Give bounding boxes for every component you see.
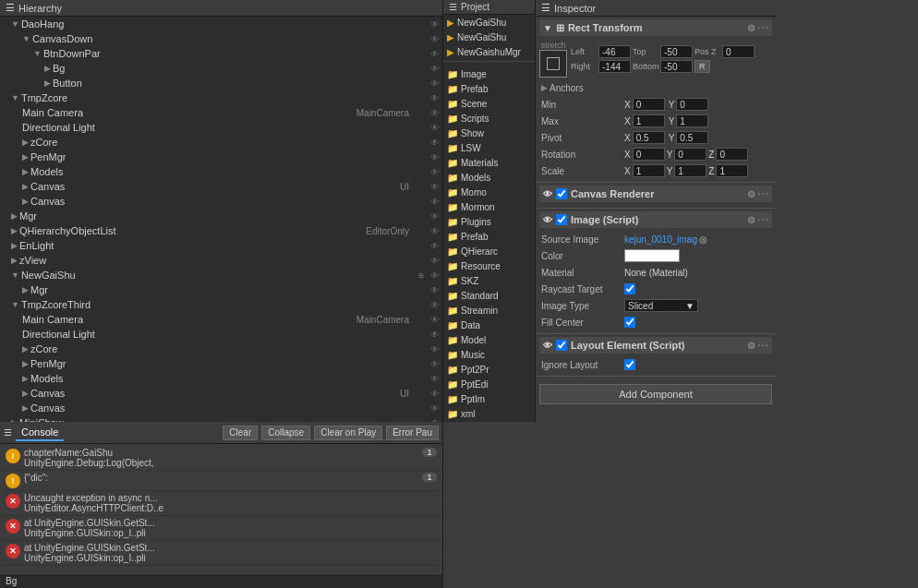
posz-input[interactable] [722,45,755,58]
pivot-y-input[interactable] [676,131,708,144]
source-image-value[interactable]: kejun_0010_imag [624,234,697,245]
scale-z-input[interactable] [716,164,748,177]
eye-zcore2[interactable]: 👁 [428,342,442,356]
rot-y-input[interactable] [674,148,707,161]
max-x-input[interactable] [633,114,665,127]
tree-item-daohang[interactable]: ▼ DaoHang 👁 [0,17,442,31]
tree-item-mgr2[interactable]: ▶ Mgr 👁 [0,282,442,297]
eye-directional1[interactable]: 👁 [428,120,442,135]
eye-models1[interactable]: 👁 [428,164,442,179]
project-item-newgaishumgr[interactable]: ▶ NewGaishuMgr [443,44,535,59]
console-entry-5[interactable]: ✕ at UnityEngine.GUISkin.GetSt...UnityEn… [2,541,441,566]
canvas-renderer-checkbox[interactable] [556,188,567,199]
tree-item-penmgr1[interactable]: ▶ PenMgr 👁 [0,150,442,164]
eye-models2[interactable]: 👁 [428,371,442,386]
eye-enlight[interactable]: 👁 [428,238,442,253]
rot-x-input[interactable] [633,148,665,161]
plus-btn-canvas[interactable]: ⋯ [757,187,768,200]
rot-z-input[interactable] [716,148,748,161]
project-item-newgaishu2[interactable]: ▶ NewGaiShu [443,30,535,44]
add-component-button[interactable]: Add Component [539,384,772,404]
tree-item-canvas2[interactable]: ▶ Canvas 👁 [0,194,442,209]
eye-penmgr1[interactable]: 👁 [428,150,442,164]
tree-item-directional1[interactable]: Directional Light 👁 [0,120,442,135]
tree-item-zcore1[interactable]: ▶ zCore 👁 [0,135,442,150]
project-item-plugins[interactable]: 📁 Plugins [443,214,535,229]
scale-y-input[interactable] [674,164,707,177]
tree-item-maincamera2[interactable]: Main Camera MainCamera 👁 [0,312,442,327]
project-item-music[interactable]: 📁 Music [443,347,535,362]
project-item-newgaishu1[interactable]: ▶ NewGaiShu [443,15,535,30]
layout-element-checkbox[interactable] [556,340,567,351]
project-item-skz[interactable]: 📁 SKZ [443,273,535,288]
eye-bg1[interactable]: 👁 [428,61,442,76]
tree-item-models2[interactable]: ▶ Models 👁 [0,371,442,386]
eye-penmgr2[interactable]: 👁 [428,356,442,371]
tree-item-directional2[interactable]: Directional Light 👁 [0,327,442,342]
gear-icon-canvas[interactable]: ⚙ [747,189,755,199]
tree-item-tmpzcore[interactable]: ▼ TmpZcore 👁 [0,90,442,105]
tree-item-maincamera1[interactable]: Main Camera MainCamera 👁 [0,105,442,120]
error-pause-button[interactable]: Error Pau [386,426,439,440]
eye-canvas4[interactable]: 👁 [428,401,442,415]
project-item-streaming[interactable]: 📁 Streamin [443,303,535,318]
eye-tmpzcorethird[interactable]: 👁 [428,297,442,312]
imagetype-dropdown[interactable]: Sliced ▼ [624,299,698,312]
project-item-prefab2[interactable]: 📁 Prefab [443,229,535,244]
project-item-standard[interactable]: 📁 Standard [443,288,535,303]
tree-item-mgr1[interactable]: ▶ Mgr 👁 [0,209,442,223]
left-input[interactable] [598,45,631,58]
clear-button[interactable]: Clear [223,426,258,440]
tree-item-bg1[interactable]: ▶ Bg 👁 [0,61,442,76]
tree-item-newgaishu[interactable]: ▼ NewGaiShu ≡ 👁 [0,268,442,282]
eye-daohang[interactable]: 👁 [428,17,442,31]
project-item-show[interactable]: 📁 Show [443,126,535,140]
project-item-materials[interactable]: 📁 Materials [443,155,535,170]
eye-minishow[interactable]: 👁 [428,415,442,422]
tree-item-canvas1[interactable]: ▶ Canvas UI 👁 [0,179,442,194]
eye-tmpzcore[interactable]: 👁 [428,90,442,105]
eye-maincamera2[interactable]: 👁 [428,312,442,327]
tree-item-qhierarchy[interactable]: ▶ QHierarchyObjectList EditorOnly 👁 [0,223,442,238]
project-item-modelsub[interactable]: 📁 Model [443,332,535,347]
r-button[interactable]: R [695,60,710,73]
fillcenter-checkbox[interactable] [624,317,635,328]
project-item-data[interactable]: 📁 Data [443,318,535,332]
project-item-resources[interactable]: 📁 Resource [443,258,535,273]
source-image-picker[interactable]: ◎ [699,234,707,245]
eye-canvas2[interactable]: 👁 [428,194,442,209]
tree-item-canvas4[interactable]: ▶ Canvas 👁 [0,401,442,415]
project-item-models[interactable]: 📁 Models [443,170,535,185]
right-input[interactable] [598,60,631,73]
eye-directional2[interactable]: 👁 [428,327,442,342]
gear-icon-image[interactable]: ⚙ [747,215,755,225]
project-item-mormons[interactable]: 📁 Mormon [443,199,535,214]
clear-on-play-button[interactable]: Clear on Play [314,426,382,440]
project-item-prefab[interactable]: 📁 Prefab [443,81,535,96]
tree-item-button1[interactable]: ▶ Button 👁 [0,76,442,90]
console-entry-1[interactable]: ! chapterName:GaiShuUnityEngine.Debug:Lo… [2,446,441,471]
color-swatch[interactable] [624,249,680,262]
eye-zcore1[interactable]: 👁 [428,135,442,150]
plus-btn-rect[interactable]: ⋯ [757,21,768,34]
min-y-input[interactable] [676,98,708,111]
tree-item-canvas3[interactable]: ▶ Canvas UI 👁 [0,386,442,401]
min-x-input[interactable] [633,98,665,111]
project-item-pptim[interactable]: 📁 PptIm [443,391,535,406]
project-item-ppt2pr[interactable]: 📁 Ppt2Pr [443,362,535,377]
tree-item-enlight[interactable]: ▶ EnLight 👁 [0,238,442,253]
tree-item-minishow[interactable]: ▶ MiniShow 👁 [0,415,442,422]
project-item-scripts[interactable]: 📁 Scripts [443,111,535,126]
eye-qhierarchy[interactable]: 👁 [428,223,442,238]
eye-button1[interactable]: 👁 [428,76,442,90]
tree-item-btndownpar[interactable]: ▼ BtnDownPar 👁 [0,46,442,61]
tree-item-canvasdown[interactable]: ▼ CanvasDown 👁 [0,31,442,46]
gear-icon-layout[interactable]: ⚙ [747,341,755,351]
eye-zview1[interactable]: 👁 [428,253,442,268]
top-input[interactable] [660,45,693,58]
project-item-qhierarchy[interactable]: 📁 QHierarc [443,244,535,258]
ignore-layout-checkbox[interactable] [624,359,635,370]
project-item-lsw[interactable]: 📁 LSW [443,140,535,155]
raycast-checkbox[interactable] [624,283,635,294]
console-entry-2[interactable]: ! {"dic": 1 [2,471,441,491]
